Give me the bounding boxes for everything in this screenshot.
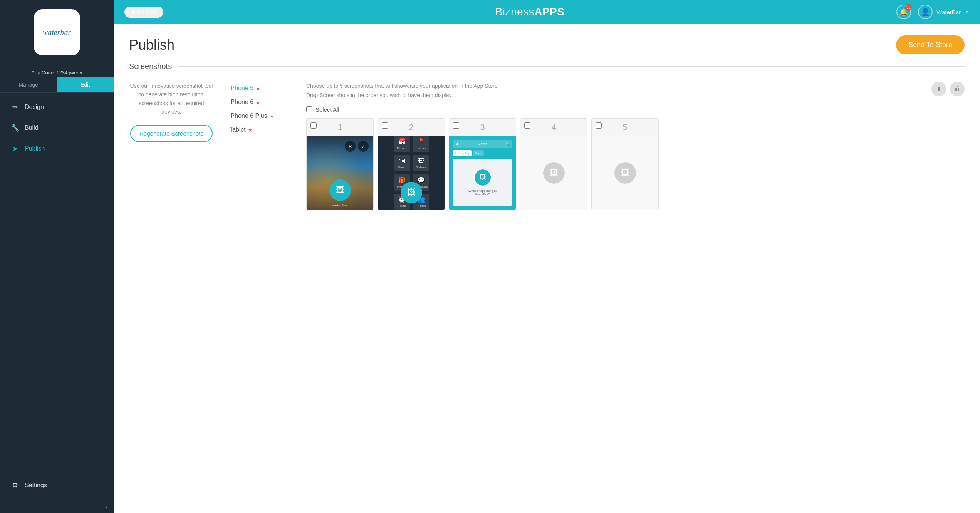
design-icon: ✏ <box>11 103 19 111</box>
event-text: What's happening atWaterBar? <box>468 189 497 196</box>
iphone6-required-star: ★ <box>256 99 260 105</box>
menu-item-events: 📅 Events <box>394 136 410 152</box>
sidebar-bottom: ⚙ Settings <box>0 471 114 500</box>
card-2-image: 📅 Events 📍 Locator <box>378 136 445 210</box>
app-brand-title: BiznessAPPS <box>171 6 889 18</box>
empty-card-5: 🖼 <box>592 136 658 210</box>
publish-icon: ➤ <box>11 144 19 153</box>
menu-row-1: 📅 Events 📍 Locator <box>382 136 441 152</box>
collapse-button[interactable]: ‹ <box>0 500 114 513</box>
card-3-checkbox[interactable] <box>453 122 459 129</box>
phone-check-icon: ✓ <box>358 141 369 152</box>
notification-badge: 32 <box>905 4 912 11</box>
iphone6plus-label: iPhone 6 Plus <box>229 112 267 119</box>
section-divider <box>178 66 965 67</box>
screenshot-card-2: 2 📅 Events <box>378 118 445 210</box>
delete-button[interactable]: 🗑 <box>950 82 965 96</box>
menu-item-menu: 🍽 Menu <box>394 155 410 171</box>
locator-icon: 📍 <box>417 138 425 145</box>
device-iphone5[interactable]: iPhone 5 ★ <box>229 85 291 92</box>
screenshots-layout: Use our innovative screenshot tool to ge… <box>129 82 965 210</box>
info-line1: Choose up to 5 screenshots that will sho… <box>306 82 499 91</box>
waterbar-logo-text: waterbar <box>332 203 347 207</box>
sidebar-item-label-build: Build <box>25 124 39 131</box>
settings-item[interactable]: ⚙ Settings <box>11 477 103 493</box>
card-3-number: 3 <box>480 122 485 132</box>
app-code: App Code: 1234qwerty <box>0 65 114 77</box>
back-label: ◀ <box>455 142 458 146</box>
screenshots-action-buttons: ⬇ 🗑 <box>931 82 965 96</box>
build-icon: 🔧 <box>11 124 19 132</box>
sidebar-item-build[interactable]: 🔧 Build <box>0 117 114 138</box>
card-4-header: 4 <box>520 119 587 136</box>
photo-icon-3: 🖼 <box>473 168 492 187</box>
card-2-checkbox[interactable] <box>382 122 388 129</box>
send-to-store-button[interactable]: Send To Store <box>896 35 965 54</box>
past-tab: Past <box>473 150 484 156</box>
settings-label: Settings <box>25 482 47 489</box>
phone-x-icon: ✕ <box>345 141 356 152</box>
back-arrow-icon: ◀ <box>131 9 134 15</box>
menu-item-locator: 📍 Locator <box>413 136 429 152</box>
iphone5-required-star: ★ <box>256 86 260 91</box>
header-actions: 🔔 32 👤 WaterBar ▼ <box>896 5 969 19</box>
card-5-header: 5 <box>592 119 658 136</box>
card-1-image: ✕ ✓ 🖼 waterbar <box>307 136 373 210</box>
card-1-number: 1 <box>337 122 342 132</box>
screenshot-card-5: 5 🖼 <box>591 118 659 210</box>
card-5-checkbox[interactable] <box>596 122 602 129</box>
sidebar-item-label-design: Design <box>25 104 44 111</box>
screenshots-section: Screenshots Use our innovative screensho… <box>114 62 980 221</box>
user-menu[interactable]: 👤 WaterBar ▼ <box>918 5 969 19</box>
person-icon: 👤 <box>921 8 930 16</box>
empty-card-4: 🖼 <box>520 136 587 210</box>
iphone6plus-required-star: ★ <box>270 113 274 119</box>
empty-photo-icon-5: 🖼 <box>614 162 636 184</box>
chevron-down-icon: ▼ <box>965 9 969 15</box>
screenshot-cards: 1 ✕ ✓ 🖼 waterbar <box>306 118 965 210</box>
user-avatar-icon: 👤 <box>918 5 933 19</box>
card-5-number: 5 <box>623 122 627 132</box>
tablet-required-star: ★ <box>248 127 253 133</box>
left-panel: Use our innovative screenshot tool to ge… <box>129 82 214 142</box>
page-header: Publish Send To Store <box>114 24 980 62</box>
menu-icon: 🍽 <box>399 158 405 164</box>
screenshots-top-row: Choose up to 5 screenshots that will sho… <box>306 82 965 100</box>
device-tablet[interactable]: Tablet ★ <box>229 126 291 133</box>
sidebar-item-label-publish: Publish <box>25 145 45 152</box>
card-4-checkbox[interactable] <box>524 122 530 129</box>
card-1-checkbox[interactable] <box>310 122 317 129</box>
events-label: Events <box>460 142 503 146</box>
mock-tabs-3: Upcoming Past <box>453 150 512 156</box>
empty-photo-icon-4: 🖼 <box>543 162 565 184</box>
page-content: Publish Send To Store Screenshots Use ou… <box>114 24 980 513</box>
tab-manage[interactable]: Manage <box>0 77 57 92</box>
device-list: iPhone 5 ★ iPhone 6 ★ iPhone 6 Plus ★ Ta… <box>229 82 291 133</box>
regenerate-screenshots-button[interactable]: Regenerate Screenshots <box>130 125 213 142</box>
page-title: Publish <box>129 37 175 53</box>
mock-header-3: ◀ Events 🔍 <box>453 140 512 148</box>
app-logo: waterbar <box>34 9 80 55</box>
device-iphone6plus[interactable]: iPhone 6 Plus ★ <box>229 112 291 119</box>
iphone6-label: iPhone 6 <box>229 99 253 106</box>
sidebar: waterbar App Code: 1234qwerty Manage Edi… <box>0 0 114 513</box>
iphone5-label: iPhone 5 <box>229 85 253 92</box>
top-header: ◀ Old CMS BiznessAPPS 🔔 32 👤 WaterBar ▼ <box>114 0 980 24</box>
card-2-header: 2 <box>378 119 445 136</box>
menu-row-2: 🍽 Menu 🖼 Gallery <box>382 155 441 171</box>
screenshot-description: Use our innovative screenshot tool to ge… <box>129 82 214 116</box>
sidebar-item-publish[interactable]: ➤ Publish <box>0 138 114 159</box>
mock-screen-3: ◀ Events 🔍 Upcoming Past <box>449 136 516 210</box>
photo-icon-2: 🖼 <box>401 182 422 203</box>
notification-button[interactable]: 🔔 32 <box>896 5 911 19</box>
main-content: ◀ Old CMS BiznessAPPS 🔔 32 👤 WaterBar ▼ … <box>114 0 980 513</box>
select-all-checkbox[interactable] <box>306 106 312 112</box>
phone-overlay-icons: ✕ ✓ <box>345 141 369 152</box>
old-cms-button[interactable]: ◀ Old CMS <box>124 7 163 18</box>
download-button[interactable]: ⬇ <box>931 82 946 96</box>
tab-edit[interactable]: Edit <box>57 77 114 92</box>
device-iphone6[interactable]: iPhone 6 ★ <box>229 99 291 106</box>
screenshots-info: Choose up to 5 screenshots that will sho… <box>306 82 499 100</box>
screenshot-card-4: 4 🖼 <box>520 118 587 210</box>
sidebar-item-design[interactable]: ✏ Design <box>0 97 114 117</box>
